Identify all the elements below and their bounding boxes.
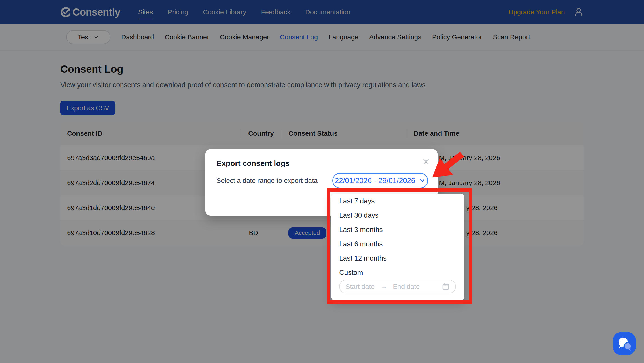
option-last-3-months[interactable]: Last 3 months: [331, 223, 464, 237]
date-range-value: 22/01/2026 - 29/01/2026: [335, 176, 415, 185]
option-custom[interactable]: Custom: [331, 266, 464, 280]
range-arrow-icon: →: [380, 283, 387, 290]
start-date-placeholder: Start date: [346, 283, 374, 290]
chat-bubbles-icon: [613, 332, 636, 355]
date-range-dropdown: Last 7 days Last 30 days Last 3 months L…: [331, 194, 464, 301]
close-icon[interactable]: [422, 157, 430, 166]
calendar-icon: [442, 283, 450, 291]
consently-app: Consently Sites Pricing Cookie Library F…: [0, 0, 644, 363]
option-last-7-days[interactable]: Last 7 days: [331, 194, 464, 208]
option-last-6-months[interactable]: Last 6 months: [331, 237, 464, 251]
date-range-select[interactable]: 22/01/2026 - 29/01/2026: [332, 173, 428, 188]
chevron-down-icon: [419, 177, 426, 184]
option-last-12-months[interactable]: Last 12 months: [331, 251, 464, 266]
end-date-placeholder: End date: [393, 283, 420, 290]
modal-title: Export consent logs: [216, 159, 290, 168]
custom-range-input[interactable]: Start date → End date: [339, 280, 456, 294]
chat-widget-button[interactable]: [613, 332, 636, 355]
date-range-label: Select a date range to export data: [216, 177, 318, 184]
option-last-30-days[interactable]: Last 30 days: [331, 208, 464, 223]
